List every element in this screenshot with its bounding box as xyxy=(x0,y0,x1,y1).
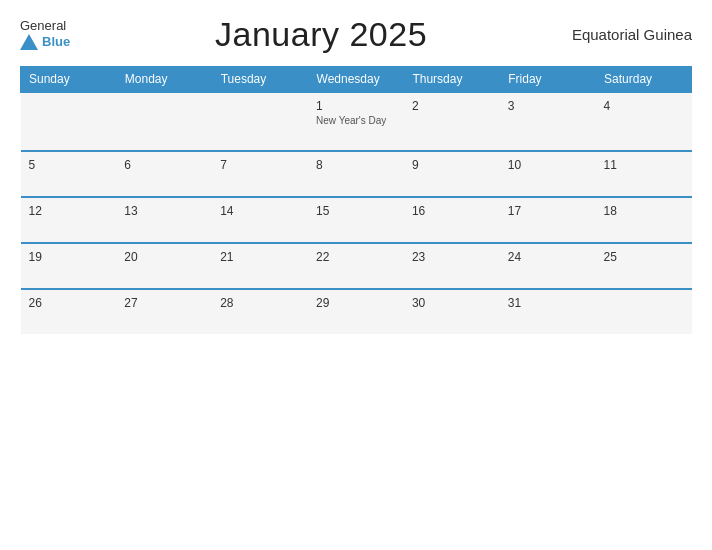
calendar-table: SundayMondayTuesdayWednesdayThursdayFrid… xyxy=(20,66,692,334)
day-number: 13 xyxy=(124,204,204,218)
calendar-day-cell: 22 xyxy=(308,243,404,289)
calendar-day-cell: 5 xyxy=(21,151,117,197)
calendar-day-cell: 11 xyxy=(596,151,692,197)
day-number: 27 xyxy=(124,296,204,310)
calendar-day-cell: 21 xyxy=(212,243,308,289)
day-number: 11 xyxy=(604,158,684,172)
calendar-day-cell xyxy=(21,92,117,151)
day-number: 2 xyxy=(412,99,492,113)
calendar-day-cell: 12 xyxy=(21,197,117,243)
day-number: 12 xyxy=(29,204,109,218)
day-number: 10 xyxy=(508,158,588,172)
calendar-week-row: 12131415161718 xyxy=(21,197,692,243)
calendar-day-cell: 4 xyxy=(596,92,692,151)
calendar-day-cell: 29 xyxy=(308,289,404,334)
day-number: 28 xyxy=(220,296,300,310)
day-number: 1 xyxy=(316,99,396,113)
weekday-header-thursday: Thursday xyxy=(404,67,500,93)
day-number: 9 xyxy=(412,158,492,172)
day-number: 24 xyxy=(508,250,588,264)
calendar-day-cell: 10 xyxy=(500,151,596,197)
day-number: 7 xyxy=(220,158,300,172)
day-number: 23 xyxy=(412,250,492,264)
calendar-day-cell: 16 xyxy=(404,197,500,243)
calendar-day-cell: 30 xyxy=(404,289,500,334)
calendar-week-row: 19202122232425 xyxy=(21,243,692,289)
weekday-header-friday: Friday xyxy=(500,67,596,93)
calendar-title: January 2025 xyxy=(215,15,427,54)
day-number: 3 xyxy=(508,99,588,113)
day-number: 21 xyxy=(220,250,300,264)
calendar-day-cell: 20 xyxy=(116,243,212,289)
day-number: 18 xyxy=(604,204,684,218)
calendar-day-cell: 26 xyxy=(21,289,117,334)
weekday-header-tuesday: Tuesday xyxy=(212,67,308,93)
logo: General Blue xyxy=(20,19,70,49)
calendar-week-row: 1New Year's Day234 xyxy=(21,92,692,151)
calendar-day-cell: 18 xyxy=(596,197,692,243)
logo-blue-text: Blue xyxy=(42,34,70,49)
calendar-week-row: 567891011 xyxy=(21,151,692,197)
calendar-day-cell xyxy=(212,92,308,151)
calendar-day-cell: 13 xyxy=(116,197,212,243)
calendar-day-cell: 31 xyxy=(500,289,596,334)
calendar-day-cell: 28 xyxy=(212,289,308,334)
day-number: 6 xyxy=(124,158,204,172)
weekday-header-sunday: Sunday xyxy=(21,67,117,93)
day-number: 14 xyxy=(220,204,300,218)
calendar-day-cell: 1New Year's Day xyxy=(308,92,404,151)
calendar-day-cell: 24 xyxy=(500,243,596,289)
calendar-day-cell: 3 xyxy=(500,92,596,151)
day-number: 20 xyxy=(124,250,204,264)
calendar-day-cell: 8 xyxy=(308,151,404,197)
weekday-header-saturday: Saturday xyxy=(596,67,692,93)
day-number: 22 xyxy=(316,250,396,264)
weekday-header-monday: Monday xyxy=(116,67,212,93)
calendar-day-cell xyxy=(116,92,212,151)
logo-blue-row: Blue xyxy=(20,34,70,50)
calendar-container: General Blue January 2025 Equatorial Gui… xyxy=(0,0,712,550)
weekday-header-row: SundayMondayTuesdayWednesdayThursdayFrid… xyxy=(21,67,692,93)
day-number: 19 xyxy=(29,250,109,264)
calendar-day-cell: 25 xyxy=(596,243,692,289)
calendar-week-row: 262728293031 xyxy=(21,289,692,334)
day-number: 5 xyxy=(29,158,109,172)
day-number: 15 xyxy=(316,204,396,218)
calendar-header: General Blue January 2025 Equatorial Gui… xyxy=(20,15,692,54)
calendar-day-cell: 7 xyxy=(212,151,308,197)
weekday-header-wednesday: Wednesday xyxy=(308,67,404,93)
calendar-day-cell: 9 xyxy=(404,151,500,197)
day-number: 25 xyxy=(604,250,684,264)
logo-general-text: General xyxy=(20,19,66,33)
calendar-day-cell xyxy=(596,289,692,334)
day-number: 26 xyxy=(29,296,109,310)
country-label: Equatorial Guinea xyxy=(572,26,692,43)
calendar-day-cell: 15 xyxy=(308,197,404,243)
logo-triangle-icon xyxy=(20,34,38,50)
holiday-label: New Year's Day xyxy=(316,115,396,126)
calendar-day-cell: 2 xyxy=(404,92,500,151)
calendar-day-cell: 23 xyxy=(404,243,500,289)
day-number: 8 xyxy=(316,158,396,172)
day-number: 30 xyxy=(412,296,492,310)
calendar-day-cell: 6 xyxy=(116,151,212,197)
day-number: 17 xyxy=(508,204,588,218)
calendar-day-cell: 27 xyxy=(116,289,212,334)
calendar-day-cell: 17 xyxy=(500,197,596,243)
day-number: 4 xyxy=(604,99,684,113)
day-number: 29 xyxy=(316,296,396,310)
calendar-day-cell: 14 xyxy=(212,197,308,243)
calendar-day-cell: 19 xyxy=(21,243,117,289)
day-number: 16 xyxy=(412,204,492,218)
day-number: 31 xyxy=(508,296,588,310)
